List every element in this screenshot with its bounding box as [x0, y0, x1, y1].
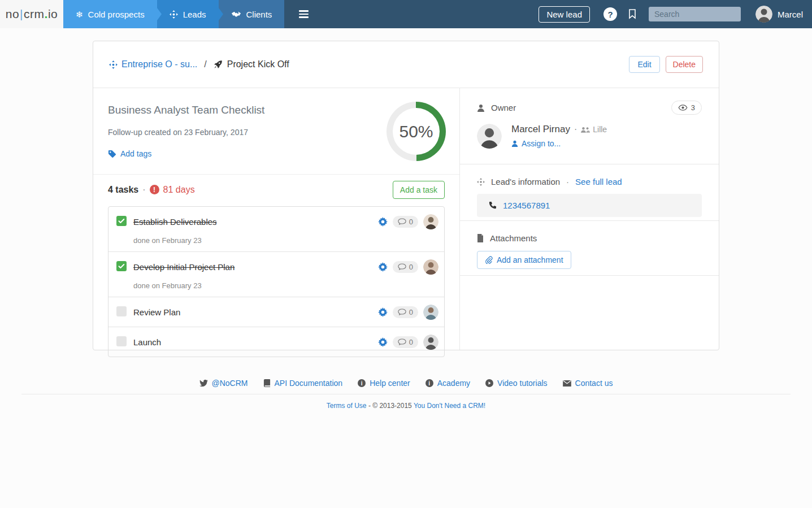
comment-count: 0 [409, 263, 413, 271]
lead-info-section: Lead's information · See full lead 12345… [460, 164, 719, 221]
task-checkbox-unchecked[interactable] [116, 336, 127, 346]
menu-hamburger-icon[interactable] [299, 10, 309, 18]
eye-icon [678, 105, 688, 111]
brand-link[interactable]: You Don't Need a CRM! [414, 402, 485, 410]
add-task-button[interactable]: Add a task [393, 181, 445, 199]
footer-link-help-center[interactable]: i Help center [358, 379, 410, 388]
logo-text-no: no [6, 7, 19, 21]
search-input[interactable] [649, 7, 741, 21]
comment-count: 0 [409, 218, 413, 226]
crosshair-icon [477, 178, 485, 186]
task-title[interactable]: Launch [133, 337, 378, 347]
snowflake-icon: ❄ [76, 10, 83, 19]
task-row: Develop Initial Project Plan [108, 252, 444, 297]
user-name[interactable]: Marcel [778, 10, 803, 19]
add-tags-link[interactable]: Add tags [108, 149, 151, 158]
owner-avatar[interactable] [477, 124, 502, 149]
task-list: Establish Deliverables [108, 206, 445, 357]
footer-divider [21, 394, 791, 394]
followup-card: Entreprise O - su... / Project Kick Off … [93, 41, 719, 350]
breadcrumb-lead-link[interactable]: Entreprise O - su... [109, 59, 197, 70]
bookmark-icon[interactable] [628, 9, 636, 19]
copyright-text: - © 2013-2015 [368, 402, 412, 410]
add-attachment-label: Add an attachment [497, 255, 563, 264]
comments-button[interactable]: 0 [393, 216, 418, 228]
task-assignee-avatar[interactable] [423, 214, 438, 229]
user-avatar[interactable] [755, 6, 772, 23]
task-checkbox-checked[interactable] [116, 216, 127, 226]
footer-link-label: API Documentation [275, 379, 343, 388]
lead-info-dot: · [566, 177, 569, 186]
nocrm-logo[interactable]: no|crm.io [0, 0, 63, 28]
owner-dot: · [574, 124, 577, 134]
footer-link-academy[interactable]: i Academy [425, 379, 470, 388]
book-icon [263, 379, 271, 387]
phone-number-link[interactable]: 1234567891 [503, 201, 550, 210]
task-assignee-avatar[interactable] [423, 335, 438, 350]
add-attachment-button[interactable]: Add an attachment [477, 251, 571, 269]
edit-button[interactable]: Edit [629, 56, 659, 73]
footer-link-video-tutorials[interactable]: Video tutorials [485, 379, 547, 388]
footer-link-contact-us[interactable]: Contact us [563, 379, 613, 388]
footer-link-twitter[interactable]: @NoCRM [199, 379, 248, 388]
task-assignee-avatar[interactable] [423, 305, 438, 320]
assign-to-link[interactable]: Assign to... [511, 139, 561, 148]
task-title[interactable]: Establish Deliverables [133, 217, 378, 227]
logo-text-io: io [48, 7, 58, 21]
progress-ring: 50% [387, 102, 446, 161]
task-done-date: done on February 23 [133, 236, 438, 245]
owner-section: Owner 3 [460, 88, 719, 164]
help-icon[interactable]: ? [603, 7, 617, 21]
group-icon [581, 127, 590, 133]
footer-link-label: Contact us [575, 379, 613, 388]
task-row: Launch 0 [108, 327, 444, 357]
task-checkbox-unchecked[interactable] [116, 306, 127, 316]
delete-button[interactable]: Delete [666, 56, 703, 73]
comments-button[interactable]: 0 [393, 261, 418, 273]
gear-icon[interactable] [378, 307, 388, 317]
terms-of-use-link[interactable]: Terms of Use [327, 402, 367, 410]
task-row: Establish Deliverables [108, 207, 444, 252]
add-tags-label: Add tags [120, 149, 151, 158]
comments-button[interactable]: 0 [393, 336, 418, 348]
task-row: Review Plan 0 [108, 297, 444, 327]
terms-line: Terms of Use - © 2013-2015 You Don't Nee… [0, 402, 812, 410]
task-title[interactable]: Review Plan [133, 307, 378, 317]
envelope-icon [563, 380, 571, 387]
task-checkbox-checked[interactable] [116, 261, 127, 271]
details-filler [460, 276, 719, 350]
task-assignee-avatar[interactable] [423, 259, 438, 275]
footer-link-label: @NoCRM [212, 379, 248, 388]
tasks-bar: 4 tasks · ! 81 days Add a task [108, 175, 445, 206]
tab-leads[interactable]: Leads [157, 0, 219, 28]
tab-cold-prospects[interactable]: ❄ Cold prospects [63, 0, 157, 28]
task-done-date: done on February 23 [133, 281, 438, 290]
gear-icon[interactable] [378, 262, 388, 272]
gear-icon[interactable] [378, 337, 388, 347]
tab-clients[interactable]: Clients [219, 0, 285, 28]
tab-leads-label: Leads [183, 10, 206, 19]
watchers-badge[interactable]: 3 [671, 101, 702, 115]
comment-count: 0 [409, 308, 413, 316]
watchers-count: 3 [691, 103, 695, 112]
top-navbar: no|crm.io ❄ Cold prospects Leads Clients… [0, 0, 812, 28]
info-icon: i [358, 379, 366, 387]
breadcrumb: Entreprise O - su... / Project Kick Off [109, 59, 289, 70]
tab-cold-prospects-label: Cold prospects [88, 10, 145, 19]
see-full-lead-link[interactable]: See full lead [575, 177, 622, 186]
task-title[interactable]: Develop Initial Project Plan [133, 262, 378, 272]
gear-icon[interactable] [378, 217, 388, 227]
info-icon: i [425, 379, 433, 387]
comment-bubble-icon [398, 338, 406, 345]
footer-links: @NoCRM API Documentation i Help center i… [0, 379, 812, 388]
crosshair-icon [170, 10, 178, 19]
paperclip-icon [485, 256, 493, 264]
footer-link-api-docs[interactable]: API Documentation [263, 379, 343, 388]
attachments-section: Attachments Add an attachment [460, 221, 719, 276]
comments-button[interactable]: 0 [393, 306, 418, 318]
page-title-label: Project Kick Off [227, 59, 289, 70]
new-lead-button[interactable]: New lead [539, 6, 590, 23]
logo-pipe: | [20, 7, 23, 21]
details-column: Owner 3 [459, 88, 719, 350]
owner-team: Lille [581, 125, 607, 134]
